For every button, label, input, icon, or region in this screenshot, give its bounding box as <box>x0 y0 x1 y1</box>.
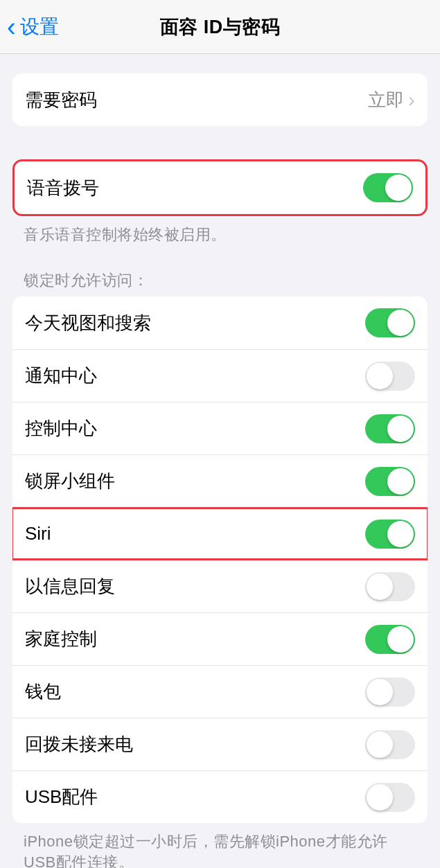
notification-center-toggle[interactable] <box>365 362 415 391</box>
voice-dial-label: 语音拨号 <box>27 176 99 200</box>
toggle-knob <box>367 574 393 600</box>
reply-with-message-toggle[interactable] <box>365 572 415 601</box>
callback-missed-toggle[interactable] <box>365 730 415 759</box>
row-label: 通知中心 <box>25 364 97 388</box>
page-title: 面容 ID与密码 <box>160 15 281 39</box>
lock-screen-widgets-toggle[interactable] <box>365 467 415 496</box>
toggle-knob <box>385 175 412 201</box>
voice-dial-group: 语音拨号 <box>12 159 428 216</box>
chevron-left-icon: ‹ <box>7 14 16 40</box>
back-button[interactable]: ‹ 设置 <box>0 14 59 40</box>
require-passcode-row[interactable]: 需要密码 立即 › <box>12 73 428 126</box>
today-view-row[interactable]: 今天视图和搜索 <box>12 296 428 349</box>
row-label: Siri <box>25 523 51 544</box>
row-right: 立即 › <box>368 88 415 112</box>
content: 需要密码 立即 › 语音拨号 音乐语音控制将始终被启用。 锁定时允许访问： 今天… <box>0 73 440 868</box>
passcode-group: 需要密码 立即 › <box>12 73 428 126</box>
back-label: 设置 <box>20 14 59 40</box>
callback-missed-row[interactable]: 回拨未接来电 <box>12 718 428 770</box>
locked-access-footer: iPhone锁定超过一小时后，需先解锁iPhone才能允许USB配件连接。 <box>24 831 418 868</box>
voice-dial-toggle[interactable] <box>363 173 413 202</box>
wallet-toggle[interactable] <box>365 677 415 707</box>
toggle-knob <box>387 626 414 653</box>
voice-dial-footer: 音乐语音控制将始终被启用。 <box>24 224 418 245</box>
siri-row[interactable]: Siri <box>12 507 428 560</box>
control-center-row[interactable]: 控制中心 <box>12 402 428 454</box>
home-control-row[interactable]: 家庭控制 <box>12 612 428 665</box>
row-label: 控制中心 <box>25 416 97 441</box>
toggle-knob <box>367 784 393 811</box>
row-label: USB配件 <box>25 785 98 809</box>
row-label: 回拨未接来电 <box>25 732 133 756</box>
toggle-knob <box>387 468 414 495</box>
toggle-knob <box>367 732 393 758</box>
notification-center-row[interactable]: 通知中心 <box>12 349 428 402</box>
usb-accessories-toggle[interactable] <box>365 783 415 812</box>
lock-screen-widgets-row[interactable]: 锁屏小组件 <box>12 454 428 507</box>
locked-access-header: 锁定时允许访问： <box>24 270 418 291</box>
home-control-toggle[interactable] <box>365 625 415 654</box>
today-view-toggle[interactable] <box>365 308 415 337</box>
chevron-right-icon: › <box>408 89 415 110</box>
row-label: 锁屏小组件 <box>25 469 115 493</box>
toggle-knob <box>367 679 393 705</box>
row-label: 以信息回复 <box>25 574 115 599</box>
control-center-toggle[interactable] <box>365 414 415 443</box>
require-passcode-value: 立即 <box>368 88 404 112</box>
row-label: 今天视图和搜索 <box>25 311 151 335</box>
wallet-row[interactable]: 钱包 <box>12 665 428 718</box>
row-label: 家庭控制 <box>25 627 97 651</box>
usb-accessories-row[interactable]: USB配件 <box>12 770 428 823</box>
toggle-knob <box>387 416 414 442</box>
reply-with-message-row[interactable]: 以信息回复 <box>12 560 428 612</box>
toggle-knob <box>387 310 414 336</box>
siri-toggle[interactable] <box>365 520 415 549</box>
toggle-knob <box>367 363 393 389</box>
row-label: 钱包 <box>25 680 61 704</box>
require-passcode-label: 需要密码 <box>25 88 97 112</box>
voice-dial-row[interactable]: 语音拨号 <box>15 161 425 214</box>
locked-access-group: 今天视图和搜索 通知中心 控制中心 锁屏小组件 Siri 以信息回复 家庭控制 <box>12 296 428 823</box>
toggle-knob <box>387 521 414 547</box>
nav-header: ‹ 设置 面容 ID与密码 <box>0 0 440 54</box>
